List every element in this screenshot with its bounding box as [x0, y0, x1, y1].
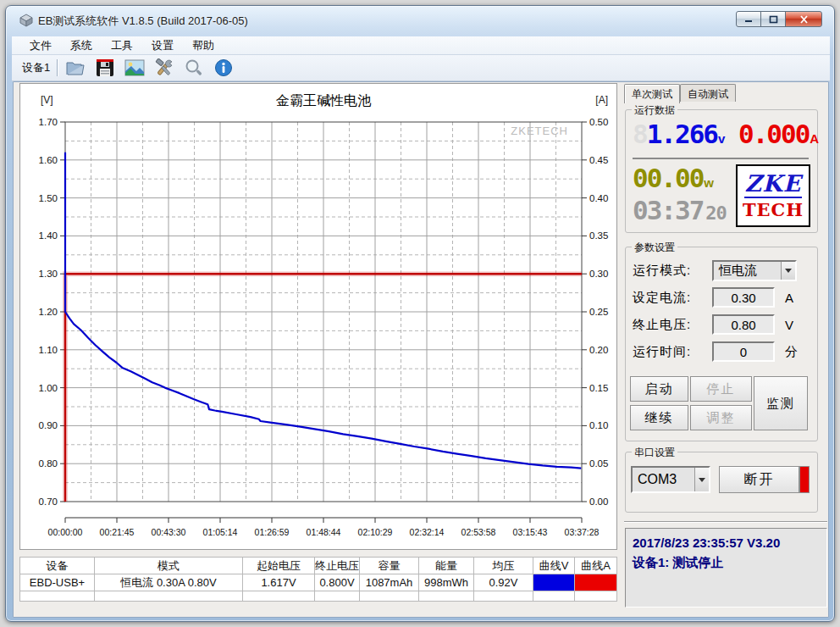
col-header: 模式	[95, 558, 243, 574]
content-area: 金霸王碱性电池 [V] [A] ZKETECH 1.701.601.501.40…	[13, 81, 829, 618]
right-panel: 单次测试 自动测试 运行数据 81.266v 0.000A 00.00w 03:…	[624, 84, 828, 617]
empty-cell	[243, 591, 315, 602]
device-tab-label[interactable]: 设备1	[22, 60, 50, 75]
title-bar[interactable]: EB测试系统软件 V1.8.5 (Build 2017-06-05)	[6, 6, 834, 35]
export-image-icon[interactable]	[124, 58, 146, 78]
chart-panel: 金霸王碱性电池 [V] [A] ZKETECH 1.701.601.501.40…	[19, 83, 617, 550]
run-time-unit: 分	[785, 344, 798, 360]
table-header-row: 设备模式起始电压终止电压容量能量均压曲线V曲线A	[20, 558, 617, 574]
minimize-button[interactable]	[736, 11, 761, 27]
table-cell[interactable]: 0.92V	[474, 574, 533, 591]
y-tick-label-left: 1.60	[39, 155, 58, 165]
monitor-button[interactable]: 监测	[754, 376, 808, 430]
y-tick-label-left: 0.70	[39, 497, 58, 507]
menu-item-1[interactable]: 系统	[61, 36, 102, 55]
maximize-button[interactable]	[760, 11, 786, 27]
x-tick-label: 01:05:14	[203, 527, 238, 537]
lcd-divider	[633, 158, 809, 159]
x-tick-label: 00:43:30	[152, 527, 186, 537]
y-tick-label-left: 1.70	[39, 117, 58, 127]
tab-single-test[interactable]: 单次测试	[624, 84, 680, 103]
y-tick-label-right: 0.10	[589, 420, 608, 430]
table-cell[interactable]: 1087mAh	[360, 574, 419, 591]
col-header: 终止电压	[315, 558, 360, 574]
y-tick-label-right: 0.25	[589, 307, 608, 317]
open-folder-icon[interactable]	[64, 58, 86, 78]
empty-cell	[474, 591, 533, 602]
info-icon[interactable]	[213, 58, 235, 78]
serial-group: 串口设置 COM3 断开	[625, 452, 818, 513]
current-readout: 0.000	[738, 119, 809, 149]
app-window: EB测试系统软件 V1.8.5 (Build 2017-06-05) 文件系统工…	[5, 5, 835, 622]
x-tick-label: 01:48:44	[307, 527, 341, 537]
table-row[interactable]: EBD-USB+恒电流 0.30A 0.80V1.617V0.800V1087m…	[20, 574, 617, 591]
col-header: 起始电压	[243, 558, 315, 574]
table-cell[interactable]	[575, 574, 617, 591]
adjust-button[interactable]: 调整	[690, 405, 752, 430]
run-data-group-title: 运行数据	[632, 103, 677, 118]
table-cell[interactable]: 0.800V	[315, 574, 360, 591]
run-time-label: 运行时间:	[633, 344, 712, 360]
col-header: 设备	[20, 558, 95, 574]
start-button[interactable]: 启动	[630, 376, 688, 402]
param-group: 参数设置 运行模式: 恒电流 设定电流: A 终止电压: V	[625, 247, 818, 441]
time-display: 03:3720	[633, 195, 727, 225]
tab-auto-test[interactable]: 自动测试	[680, 84, 736, 102]
left-axis-unit: [V]	[41, 94, 53, 106]
com-port-select[interactable]: COM3	[631, 466, 710, 493]
col-header: 曲线V	[533, 558, 575, 574]
menu-item-4[interactable]: 帮助	[183, 36, 224, 55]
run-mode-select[interactable]: 恒电流	[712, 260, 797, 281]
zoom-icon[interactable]	[183, 58, 205, 78]
y-tick-label-right: 0.45	[589, 155, 608, 165]
empty-cell	[575, 591, 617, 602]
col-header: 均压	[474, 558, 533, 574]
set-current-label: 设定电流:	[633, 290, 712, 306]
x-tick-label: 03:37:28	[565, 527, 600, 537]
empty-cell	[533, 591, 575, 602]
save-icon[interactable]	[94, 58, 116, 78]
status-line-timestamp: 2017/8/23 23:35:57 V3.20	[633, 533, 820, 552]
status-line-device: 设备1: 测试停止	[633, 552, 820, 572]
y-tick-label-right: 0.05	[589, 458, 608, 469]
set-current-input[interactable]	[712, 287, 775, 308]
empty-cell	[20, 591, 95, 602]
menu-item-0[interactable]: 文件	[20, 36, 61, 55]
empty-cell	[95, 591, 243, 602]
panel-separator	[624, 521, 827, 523]
disconnect-button[interactable]: 断开	[719, 466, 799, 493]
chart-plot: 1.701.601.501.401.301.201.101.000.900.80…	[20, 84, 616, 549]
x-tick-label: 03:15:43	[513, 527, 548, 537]
close-button[interactable]	[785, 11, 822, 27]
combo-arrow-icon[interactable]	[694, 468, 709, 491]
chart-watermark: ZKETECH	[511, 125, 568, 137]
menu-bar: 文件系统工具设置帮助	[12, 36, 830, 55]
run-time-input[interactable]	[712, 341, 775, 362]
table-cell[interactable]: EBD-USB+	[20, 574, 95, 591]
continue-button[interactable]: 继续	[630, 405, 688, 430]
run-data-group: 运行数据 81.266v 0.000A 00.00w 03:3720 ZKE T…	[625, 109, 818, 233]
chart-title: 金霸王碱性电池	[65, 92, 582, 110]
table-cell[interactable]	[533, 574, 575, 591]
y-tick-label-left: 1.50	[39, 193, 58, 203]
combo-arrow-icon[interactable]	[781, 262, 795, 280]
toolbar: 设备1	[12, 55, 830, 81]
cutoff-voltage-input[interactable]	[712, 314, 775, 335]
menu-item-2[interactable]: 工具	[102, 36, 142, 55]
col-header: 能量	[419, 558, 474, 574]
empty-cell	[419, 591, 474, 602]
x-tick-label: 02:10:29	[358, 527, 393, 537]
menu-item-3[interactable]: 设置	[142, 36, 183, 55]
x-tick-label: 02:53:58	[461, 527, 496, 537]
table-cell[interactable]: 998mWh	[419, 574, 474, 591]
x-tick-label: 00:21:45	[100, 527, 135, 537]
x-tick-label: 02:32:14	[410, 527, 445, 537]
stop-button[interactable]: 停止	[690, 376, 752, 402]
table-cell[interactable]: 1.617V	[243, 574, 315, 591]
table-cell[interactable]: 恒电流 0.30A 0.80V	[95, 574, 243, 591]
col-header: 曲线A	[575, 558, 617, 574]
set-current-unit: A	[785, 291, 793, 305]
tools-icon[interactable]	[153, 58, 175, 78]
empty-cell	[360, 591, 419, 602]
x-tick-label: 00:00:00	[48, 527, 83, 537]
